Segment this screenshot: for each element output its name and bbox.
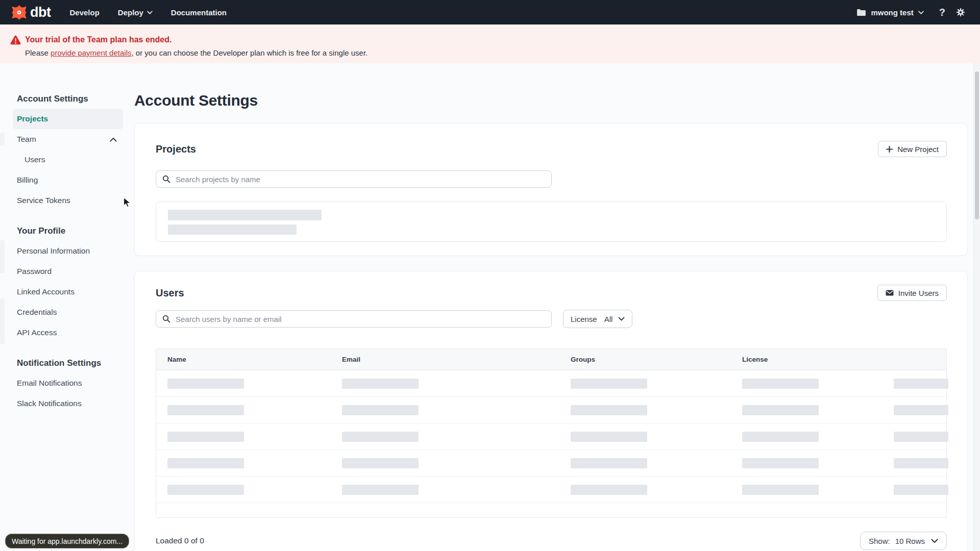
users-table-header: Name Email Groups License — [156, 349, 946, 370]
skeleton-bar — [167, 379, 244, 389]
license-filter-value: All — [604, 315, 613, 323]
sidebar-item-api-access[interactable]: API Access — [13, 322, 123, 343]
skeleton-bar — [742, 458, 819, 468]
skeleton-bar — [168, 224, 297, 235]
rows-per-page-dropdown[interactable]: Show: 10 Rows — [860, 532, 947, 550]
skeleton-bar — [571, 379, 647, 389]
sidebar-item-team[interactable]: Team — [13, 129, 123, 149]
trial-ended-banner: Your trial of the Team plan has ended. P… — [0, 24, 980, 63]
skeleton-bar — [571, 432, 647, 442]
skeleton-bar — [342, 485, 419, 495]
dbt-logo-text: dbt — [30, 6, 51, 19]
main-panel: Account Settings Projects New Project — [134, 63, 980, 551]
skeleton-bar — [894, 485, 948, 495]
plus-icon — [886, 146, 893, 153]
skeleton-bar — [894, 432, 948, 442]
page-title: Account Settings — [134, 92, 968, 109]
sidebar-item-projects[interactable]: Projects — [13, 109, 123, 129]
nav-item-deploy[interactable]: Deploy — [118, 8, 153, 17]
warning-triangle-icon — [10, 35, 21, 47]
sidebar-item-service-tokens[interactable]: Service Tokens — [13, 190, 123, 211]
skeleton-bar — [894, 379, 948, 389]
scrollbar-thumb[interactable] — [975, 71, 979, 219]
skeleton-bar — [742, 405, 819, 415]
chevron-up-icon — [110, 137, 117, 142]
banner-message-prefix: Please — [25, 48, 51, 57]
skeleton-bar — [342, 379, 419, 389]
provide-payment-details-link[interactable]: provide payment details — [51, 48, 131, 57]
skeleton-bar — [167, 432, 244, 442]
sidebar-item-users[interactable]: Users — [13, 149, 123, 170]
column-header-name: Name — [156, 356, 331, 363]
account-switcher[interactable]: mwong test — [856, 8, 923, 17]
users-table: Name Email Groups License — [156, 348, 947, 518]
new-project-button-label: New Project — [897, 145, 939, 154]
gear-icon[interactable] — [955, 7, 966, 17]
new-project-button[interactable]: New Project — [878, 141, 947, 157]
column-header-email: Email — [331, 356, 559, 363]
projects-card: Projects New Project — [134, 123, 968, 256]
skeleton-bar — [742, 379, 819, 389]
nav-item-deploy-label: Deploy — [118, 8, 143, 17]
chevron-down-icon — [918, 11, 924, 14]
sidebar-item-team-label: Team — [17, 135, 36, 144]
chevron-down-icon — [618, 317, 625, 321]
sidebar-item-password[interactable]: Password — [13, 261, 123, 282]
nav-item-develop[interactable]: Develop — [69, 8, 99, 17]
content: Account Settings Projects Team Users Bil… — [0, 63, 980, 551]
sidebar-item-slack-notifications[interactable]: Slack Notifications — [13, 393, 123, 414]
sidebar-section-account-settings: Account Settings Projects Team Users Bil… — [13, 94, 123, 211]
skeleton-fragment — [0, 240, 5, 273]
skeleton-bar — [167, 458, 244, 468]
projects-card-header: Projects New Project — [156, 141, 947, 157]
sidebar-item-linked-accounts[interactable]: Linked Accounts — [13, 282, 123, 302]
skeleton-bar — [167, 405, 244, 415]
sidebar-item-email-notifications[interactable]: Email Notifications — [13, 373, 123, 393]
nav-item-documentation[interactable]: Documentation — [171, 8, 227, 17]
account-name: mwong test — [871, 8, 913, 17]
table-row — [156, 450, 946, 477]
skeleton-fragment — [0, 298, 5, 344]
skeleton-bar — [894, 458, 948, 468]
help-icon[interactable]: ? — [939, 7, 945, 17]
banner-title: Your trial of the Team plan has ended. — [25, 35, 970, 44]
nav-right: mwong test ? — [856, 7, 966, 17]
sidebar-item-billing[interactable]: Billing — [13, 170, 123, 190]
browser-status-text: Waiting for app.launchdarkly.com... — [12, 537, 122, 545]
scrollbar-track[interactable] — [973, 63, 980, 551]
invite-users-button[interactable]: Invite Users — [877, 285, 947, 301]
chevron-down-icon — [931, 539, 938, 543]
sidebar-item-credentials[interactable]: Credentials — [13, 302, 123, 322]
banner-message: Please provide payment details, or you c… — [25, 48, 970, 58]
invite-users-button-label: Invite Users — [898, 289, 939, 297]
table-bottom-spacer — [156, 503, 946, 517]
license-filter-dropdown[interactable]: License All — [563, 310, 632, 328]
skeleton-bar — [894, 405, 948, 415]
skeleton-fragment — [0, 133, 5, 145]
skeleton-bar — [742, 485, 819, 495]
show-value: 10 Rows — [895, 537, 925, 545]
top-nav: dbt Develop Deploy Documentation mwong t… — [0, 0, 980, 24]
search-icon — [162, 315, 170, 325]
column-header-license: License — [731, 356, 883, 363]
users-card: Users Invite Users License Al — [134, 271, 968, 551]
sidebar-heading-your-profile: Your Profile — [13, 226, 123, 236]
skeleton-bar — [342, 405, 419, 415]
license-filter-label: License — [571, 315, 597, 323]
browser-status-tooltip: Waiting for app.launchdarkly.com... — [5, 534, 129, 548]
search-icon — [162, 175, 170, 185]
skeleton-bar — [742, 432, 819, 442]
sidebar-section-notification-settings: Notification Settings Email Notification… — [13, 358, 123, 414]
envelope-icon — [886, 290, 894, 296]
users-card-title: Users — [156, 287, 184, 299]
users-search-input[interactable] — [156, 310, 552, 328]
dbt-logo[interactable]: dbt — [12, 5, 51, 20]
sidebar-item-personal-information[interactable]: Personal Information — [13, 241, 123, 261]
dbt-logo-icon — [12, 5, 27, 20]
table-row — [156, 423, 946, 450]
show-label: Show: — [869, 537, 890, 545]
folder-icon — [856, 9, 866, 16]
skeleton-bar — [168, 210, 322, 220]
projects-search-input[interactable] — [156, 170, 552, 188]
skeleton-bar — [571, 405, 647, 415]
